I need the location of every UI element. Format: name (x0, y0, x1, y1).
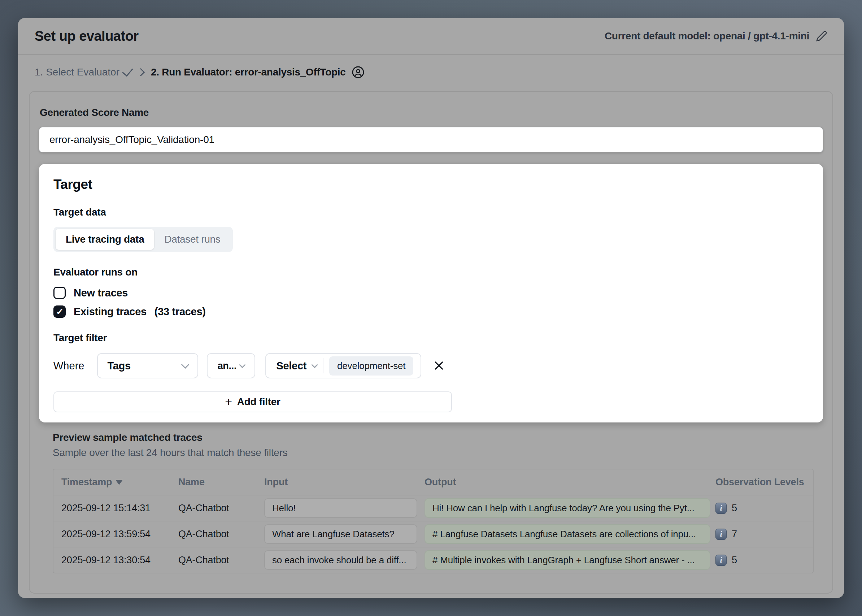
filter-row: Where Tags an... Select development-set (53, 353, 809, 379)
col-input: Input (261, 470, 422, 495)
breadcrumb: 1. Select Evaluator 2. Run Evaluator: er… (18, 55, 844, 91)
filter-column-value: Tags (107, 360, 130, 372)
cell-name: QA-Chatbot (176, 495, 261, 521)
where-label: Where (53, 360, 84, 372)
filter-column-select[interactable]: Tags (97, 353, 198, 379)
tab-dataset-runs[interactable]: Dataset runs (154, 229, 230, 250)
filter-operator-value: an... (218, 360, 237, 372)
table-row[interactable]: 2025-09-12 13:59:54 QA-Chatbot What are … (53, 521, 813, 547)
target-card: Target Target data Live tracing data Dat… (39, 164, 823, 423)
cell-timestamp: 2025-09-12 13:59:54 (53, 521, 176, 547)
evaluator-runs-on-label: Evaluator runs on (53, 267, 809, 278)
col-timestamp-label: Timestamp (61, 477, 112, 487)
page-title: Set up evaluator (35, 28, 139, 44)
tab-live-tracing-data[interactable]: Live tracing data (56, 229, 154, 250)
info-icon (716, 529, 727, 540)
preview-section: Preview sample matched traces Sample ove… (53, 432, 810, 574)
check-icon (122, 65, 133, 77)
chevron-right-icon (137, 68, 145, 77)
setup-evaluator-dialog: Set up evaluator Current default model: … (18, 18, 844, 598)
target-data-label: Target data (53, 207, 809, 218)
divider (323, 358, 323, 373)
col-name: Name (176, 470, 261, 495)
edit-model-button[interactable] (816, 30, 827, 42)
breadcrumb-step-1[interactable]: 1. Select Evaluator (35, 66, 131, 78)
filter-value-placeholder: Select (276, 360, 306, 372)
chevron-down-icon (181, 361, 190, 369)
evaluator-form-panel: Generated Score Name Target Target data … (29, 91, 833, 594)
preview-subtitle: Sample over the last 24 hours that match… (53, 447, 810, 459)
filter-value-chip[interactable]: development-set (329, 357, 413, 376)
chevron-down-icon (239, 361, 245, 368)
add-filter-button[interactable]: Add filter (53, 391, 452, 412)
pencil-icon (816, 30, 827, 42)
step2-label: 2. Run Evaluator: error-analysis_OffTopi… (151, 66, 346, 78)
existing-traces-row: Existing traces (33 traces) (53, 305, 809, 318)
add-filter-label: Add filter (237, 396, 281, 408)
breadcrumb-step-2[interactable]: 2. Run Evaluator: error-analysis_OffTopi… (151, 66, 364, 79)
cell-levels: 5 (732, 503, 737, 514)
default-model-label: Current default model: openai / gpt-4.1-… (604, 30, 809, 42)
filter-value-select[interactable]: Select development-set (265, 353, 421, 379)
info-icon (716, 503, 727, 514)
table-header-row: Timestamp Name Input Output Observation … (53, 470, 813, 495)
table-row[interactable]: 2025-09-12 13:30:54 QA-Chatbot so each i… (53, 547, 813, 573)
col-observation-levels: Observation Levels (713, 470, 813, 495)
col-output: Output (422, 470, 713, 495)
cell-levels: 7 (732, 529, 737, 540)
chevron-down-icon (311, 361, 318, 368)
existing-traces-label: Existing traces (74, 306, 146, 318)
table-row[interactable]: 2025-09-12 15:14:31 QA-Chatbot Hello! Hi… (53, 495, 813, 521)
score-name-input[interactable] (39, 127, 823, 152)
remove-filter-button[interactable] (432, 358, 446, 373)
cell-input: so each invoke should be a diff... (264, 550, 417, 570)
cell-output: # Multiple invokes with LangGraph + Lang… (424, 550, 710, 570)
target-title: Target (53, 177, 809, 192)
new-traces-checkbox[interactable] (53, 287, 66, 299)
cell-output: # Langfuse Datasets Langfuse Datasets ar… (424, 524, 710, 544)
target-filter-label: Target filter (53, 332, 809, 344)
info-icon (716, 555, 727, 566)
new-traces-label: New traces (74, 287, 128, 299)
dialog-header: Set up evaluator Current default model: … (18, 18, 844, 55)
score-name-label: Generated Score Name (40, 107, 823, 118)
filter-operator-select[interactable]: an... (207, 353, 255, 379)
col-timestamp[interactable]: Timestamp (53, 470, 176, 495)
sort-desc-icon (116, 480, 123, 485)
target-data-tabs: Live tracing data Dataset runs (53, 227, 233, 252)
existing-traces-checkbox[interactable] (53, 305, 66, 318)
matched-traces-table: Timestamp Name Input Output Observation … (53, 469, 813, 574)
cell-input: What are Langfuse Datasets? (264, 524, 417, 544)
new-traces-row: New traces (53, 287, 809, 299)
cell-levels: 5 (732, 555, 737, 566)
preview-title: Preview sample matched traces (53, 432, 810, 443)
existing-traces-count: (33 traces) (154, 306, 206, 318)
cell-name: QA-Chatbot (176, 521, 261, 547)
cell-output: Hi! How can I help with Langfuse today? … (424, 498, 710, 518)
cell-input: Hello! (264, 498, 417, 518)
user-circle-icon (352, 66, 364, 79)
cell-timestamp: 2025-09-12 15:14:31 (53, 495, 176, 521)
cell-timestamp: 2025-09-12 13:30:54 (53, 547, 176, 573)
cell-name: QA-Chatbot (176, 547, 261, 573)
step1-label: 1. Select Evaluator (35, 66, 119, 78)
